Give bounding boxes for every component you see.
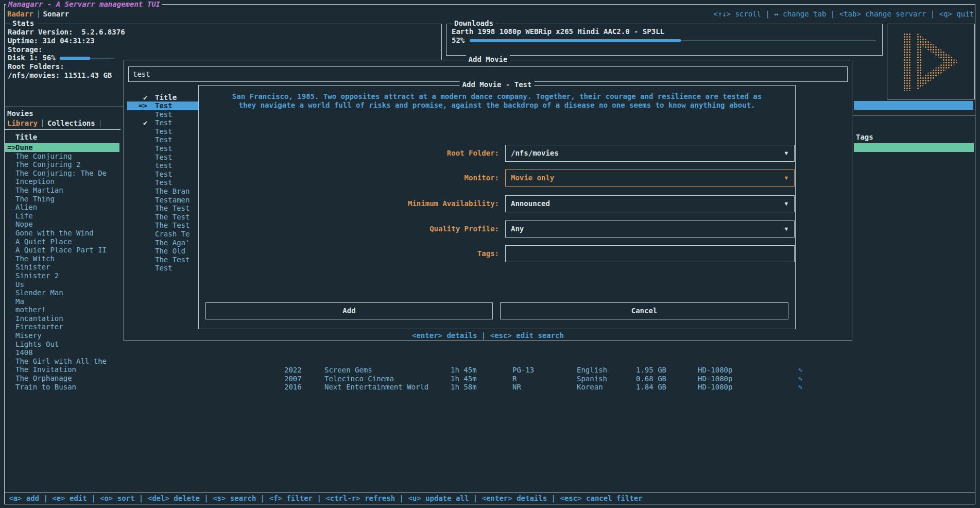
managarr-tui: Managarr - A Servarr management TUI Rada… (0, 0, 980, 508)
movie-list-item[interactable]: Life (5, 212, 119, 221)
cell-size: 1.84 GB (636, 383, 666, 392)
tab-radarr[interactable]: Radarr (7, 10, 33, 18)
movie-list-item[interactable]: Misery (5, 331, 119, 340)
search-result-row[interactable]: test (127, 161, 198, 170)
tab-sonarr[interactable]: Sonarr (43, 10, 70, 18)
managarr-logo (887, 24, 974, 99)
movie-title: mother! (15, 306, 46, 314)
movie-list-item[interactable]: Lights Out (5, 340, 119, 349)
cell-year: 2022 (284, 366, 302, 375)
movie-list-item[interactable]: Inception (5, 177, 119, 186)
quality-profile-label: Quality Profile: (302, 221, 499, 238)
movie-list-item[interactable]: A Quiet Place (5, 238, 119, 246)
table-row[interactable]: 2022 Screen Gems 1h 45m PG-13 English 1.… (124, 366, 855, 375)
check-icon: ✔ (143, 93, 147, 101)
movie-list-item[interactable]: Gone with the Wind (5, 229, 119, 238)
add-button[interactable]: Add (205, 302, 493, 319)
tab-library[interactable]: Library (7, 119, 38, 127)
search-result-row[interactable]: The Test (127, 204, 198, 213)
minimum-availability-select[interactable]: Announced ▼ (505, 195, 795, 212)
movie-list-item[interactable]: The Thing (5, 195, 119, 204)
cell-studio: Screen Gems (324, 366, 372, 375)
movie-title: The Conjuring: The De (15, 169, 107, 177)
result-title: The Test (155, 256, 190, 264)
cell-certification: R (512, 375, 517, 383)
chevron-down-icon: ▼ (784, 196, 788, 212)
movie-list-item[interactable]: 1408 (5, 348, 119, 357)
minimum-availability-row: Minimum Availability: Announced ▼ (199, 195, 795, 212)
tags-input[interactable] (505, 245, 795, 262)
table-row[interactable]: 2016 Next Entertainment World 1h 58m NR … (124, 383, 855, 392)
movie-list-item[interactable]: Incantation (5, 314, 119, 323)
movie-list-item[interactable]: Sinister 2 (5, 272, 119, 280)
movie-list-item[interactable]: => Dune (5, 143, 119, 152)
cell-quality: HD-1080p (698, 383, 732, 392)
download-percent: 52% (452, 36, 465, 45)
result-title: test (155, 161, 173, 170)
search-result-row[interactable]: Test (127, 127, 198, 136)
column-header-tags: Tags (856, 133, 873, 141)
search-result-row[interactable]: The Test (127, 213, 198, 222)
search-result-row[interactable]: Crash Te (127, 230, 198, 239)
download-progress-bar (470, 37, 876, 45)
movie-title: Lights Out (15, 340, 59, 348)
table-row[interactable]: 2007 Telecinco Cinema 1h 45m R Spanish 0… (124, 375, 855, 383)
movie-title: Ma (15, 297, 24, 306)
search-result-row[interactable]: Test (127, 170, 198, 179)
cancel-button[interactable]: Cancel (500, 302, 788, 319)
result-title: The Aga' (155, 239, 190, 247)
check-icon: ✔ (143, 118, 147, 127)
movie-list-item[interactable]: The Orphanage (5, 374, 119, 383)
search-result-row[interactable]: The Old (127, 247, 198, 256)
search-result-row[interactable]: Test (127, 153, 198, 162)
movie-title: Sinister (15, 263, 50, 271)
result-title: Test (155, 136, 173, 144)
search-result-row[interactable]: Test (127, 110, 198, 119)
search-result-row[interactable]: Test (127, 264, 198, 273)
movie-list-item[interactable]: Firestarter (5, 323, 119, 331)
search-result-row[interactable]: Testamen (127, 196, 198, 205)
movie-list-item[interactable]: Nope (5, 220, 119, 229)
search-result-row[interactable]: Test (127, 144, 198, 153)
movie-list-item[interactable]: Alien (5, 203, 119, 212)
chevron-down-icon: ▼ (784, 145, 788, 161)
search-result-row[interactable]: Test (127, 136, 198, 144)
movie-list-item[interactable]: The Conjuring: The De (5, 169, 119, 178)
search-result-row[interactable]: The Test (127, 256, 198, 264)
movie-list-item[interactable]: Sinister (5, 263, 119, 272)
movie-list-item[interactable]: A Quiet Place Part II (5, 246, 119, 255)
root-folder-select[interactable]: /nfs/movies ▼ (505, 145, 795, 162)
movie-list-item[interactable]: The Witch (5, 255, 119, 263)
tags-label: Tags: (302, 245, 499, 262)
monitor-select[interactable]: Movie only ▼ (505, 170, 795, 187)
movie-list-item[interactable]: Ma (5, 297, 119, 306)
movie-list-item[interactable]: mother! (5, 306, 119, 314)
search-result-row[interactable]: => Test (127, 101, 198, 110)
search-result-row[interactable]: ✔ Test (127, 118, 198, 127)
stats-panel-title: Stats (10, 19, 37, 27)
search-result-row[interactable]: Test (127, 178, 198, 187)
result-title: The Old (155, 247, 185, 255)
downloads-panel: Downloads Earth 1998 1080p WEBRip x265 H… (446, 24, 883, 56)
result-title: The Bran (155, 187, 190, 195)
search-result-row[interactable]: The Test (127, 221, 198, 230)
tab-collections[interactable]: Collections (47, 119, 95, 127)
movie-list-item[interactable]: The Invitation (5, 365, 119, 374)
movie-list-item[interactable]: The Martian (5, 186, 119, 195)
movie-list-item[interactable]: The Conjuring (5, 152, 119, 161)
selection-arrow-icon: => (139, 101, 147, 110)
cell-size: 0.68 GB (636, 375, 666, 383)
movie-list-item[interactable]: Slender Man (5, 289, 119, 297)
movie-list-item[interactable]: The Conjuring 2 (5, 160, 119, 169)
quality-profile-select[interactable]: Any ▼ (505, 221, 795, 238)
search-result-row[interactable]: The Bran (127, 187, 198, 196)
movie-list-item[interactable]: Us (5, 280, 119, 289)
storage-label: Storage: (8, 45, 438, 54)
add-movie-search-input[interactable] (129, 67, 847, 81)
tab-separator (42, 120, 43, 127)
movie-list-item[interactable]: Train to Busan (5, 383, 119, 392)
chevron-down-icon: ▼ (784, 170, 788, 186)
search-result-row[interactable]: The Aga' (127, 239, 198, 247)
movie-list-item[interactable]: The Girl with All the (5, 357, 119, 366)
minimum-availability-label: Minimum Availability: (302, 195, 499, 212)
